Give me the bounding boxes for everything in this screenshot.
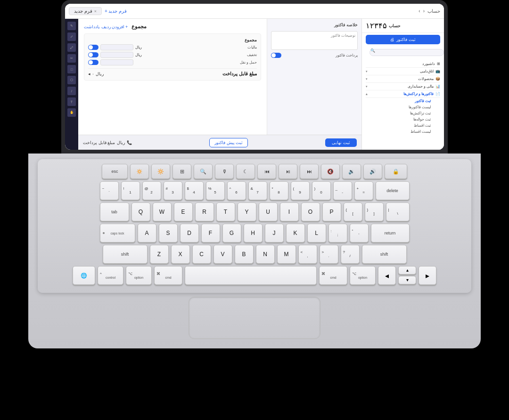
key-y[interactable]: Y [238,202,256,221]
tool-icon-4[interactable]: ✂ [67,54,76,63]
nav-sub-havaleh[interactable]: ثبت حواله‌ها [366,116,440,122]
key-b[interactable]: B [235,245,254,264]
arrow-down-key[interactable]: ▾ [398,276,416,284]
nav-forward-button[interactable]: › [423,8,425,14]
arrow-right-key[interactable]: ▸ [419,266,436,285]
key-lbracket[interactable]: { [ [344,202,362,221]
key-2[interactable]: @ 2 [142,181,161,200]
option-left-key[interactable]: ⌥ option [126,266,152,285]
tool-icon-7[interactable]: / [67,87,76,95]
maliat-input[interactable] [100,44,133,50]
key-semicolon[interactable]: : ; [328,224,347,242]
rs-submit-button[interactable]: 🖨 ثبت فاکتور [366,35,440,44]
key-s[interactable]: S [159,224,178,242]
vol-up-key[interactable]: 🔊 [363,164,382,179]
lock-key[interactable]: 🔒 [385,164,407,179]
key-c[interactable]: C [192,245,211,264]
nav-back-button[interactable]: ‹ [419,8,420,14]
key-5[interactable]: % 5 [206,181,225,200]
payment-toggle[interactable] [271,53,281,58]
haml-input[interactable] [100,59,133,65]
nav-sub-list[interactable]: لیست فاکتور‌ها [366,104,440,110]
nav-sub-list-aqsat[interactable]: لیست اقساط [366,129,440,135]
key-backslash[interactable]: | \ [386,202,410,221]
key-comma[interactable]: < , [298,245,317,264]
shift-left-key[interactable]: shift [103,245,148,264]
nav-products[interactable]: 📦 محصولات ▾ [366,75,440,83]
option-right-key[interactable]: ⌥ option [350,266,376,285]
shift-right-key[interactable]: shift [362,245,407,264]
key-t[interactable]: T [216,202,235,221]
submit-final-button[interactable]: ثبت نهایی [325,138,357,147]
key-w[interactable]: W [153,202,172,221]
preview-invoice-button[interactable]: ثبت پیش فاکتور [209,138,248,147]
tool-icon-3[interactable]: 🖊 [67,43,76,52]
nav-dashboard[interactable]: ⊞ داشبورد [366,60,440,68]
key-d[interactable]: D [180,224,199,242]
brightness-down-key[interactable]: 🔅 [130,164,149,179]
haml-toggle[interactable] [88,60,99,65]
search-key[interactable]: 🔍 [194,164,213,179]
key-z[interactable]: Z [150,245,169,264]
key-l[interactable]: L [307,224,326,242]
tool-icon-2[interactable]: ⤢ [67,32,76,41]
mission-control-key[interactable]: ⊞ [172,164,191,179]
key-h[interactable]: H [244,224,263,242]
key-x[interactable]: X [171,245,190,264]
key-k[interactable]: K [286,224,305,242]
key-8[interactable]: * 8 [270,181,288,200]
rewind-key[interactable]: ⏮ [257,164,276,179]
key-a[interactable]: A [138,224,156,242]
backtick-key[interactable]: ~ ` [100,181,119,200]
nav-sub-aqsat[interactable]: ثبت اقساط [366,122,440,129]
nav-room[interactable]: 📺 اتاق‌دامی ▾ [366,68,440,75]
tool-icon-6[interactable]: ⬡ [67,76,76,84]
key-g[interactable]: G [222,224,241,242]
return-key[interactable]: return [371,224,410,242]
key-4[interactable]: $ 4 [185,181,204,200]
key-i[interactable]: I [280,202,299,221]
space-key[interactable] [185,266,317,285]
arrow-left-key[interactable]: ◂ [378,266,396,285]
key-o[interactable]: O [301,202,320,221]
tab-key[interactable]: tab [100,202,129,221]
tool-icon-5[interactable]: □ [67,65,76,73]
globe-key[interactable]: 🌐 [73,266,95,285]
nav-invoices[interactable]: 📄 فاکتورها و تراکنش‌ها ▴ [366,90,440,98]
invoice-note[interactable]: توضیحات فاکتور [271,31,358,50]
nav-sub-transaction[interactable]: ثبت تراکنش‌ها [366,110,440,116]
tab-form-new[interactable]: فرم جدید × [69,7,102,15]
rs-search-input[interactable] [369,49,444,56]
trackpad[interactable] [189,297,320,339]
mic-key[interactable]: 🎙 [215,164,234,179]
key-quote[interactable]: " ' [350,224,369,242]
esc-key[interactable]: esc [102,164,128,179]
key-period[interactable]: > . [320,245,338,264]
key-r[interactable]: R [195,202,214,221]
key-slash[interactable]: ? / [341,245,360,264]
key-p[interactable]: P [322,202,341,221]
key-u[interactable]: U [259,202,278,221]
key-equals[interactable]: + = [354,181,373,200]
key-f[interactable]: F [201,224,220,242]
maliat-toggle[interactable] [88,45,99,50]
caps-lock-key[interactable]: caps lock [100,224,135,242]
delete-key[interactable]: delete [376,181,410,200]
key-6[interactable]: ^ 6 [227,181,246,200]
key-v[interactable]: V [213,245,232,264]
brightness-up-key[interactable]: 🔆 [151,164,170,179]
key-3[interactable]: # 3 [164,181,182,200]
key-1[interactable]: ! 1 [121,181,140,200]
arrow-up-key[interactable]: ▴ [398,266,416,275]
key-9[interactable]: ( 9 [291,181,310,200]
mute-key[interactable]: 🔇 [321,164,340,179]
key-7[interactable]: & 7 [248,181,267,200]
add-row-button[interactable]: + افزودن ردیف یادداشت [84,24,128,29]
control-key[interactable]: ^ control [98,266,123,285]
vol-down-key[interactable]: 🔉 [342,164,361,179]
tool-icon-8[interactable]: T [67,97,76,106]
tool-icon-9[interactable]: ✋ [67,108,76,117]
key-minus[interactable]: _ - [333,181,352,200]
takhfif-input[interactable] [100,52,133,58]
close-icon[interactable]: × [94,9,97,14]
